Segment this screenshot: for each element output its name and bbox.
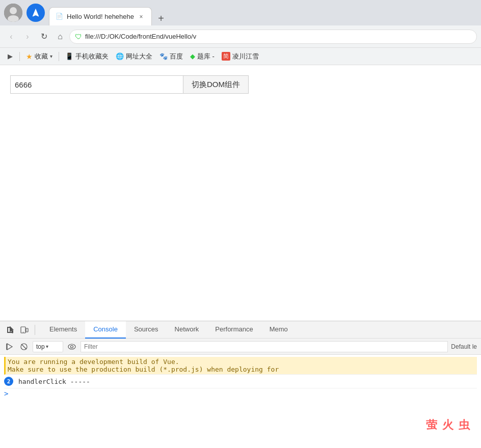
console-message-count-badge: 2 — [4, 377, 13, 386]
tab-title: Hello World! hehehehe — [67, 13, 134, 20]
back-icon: ‹ — [10, 32, 12, 41]
tab-favicon-icon: 📄 — [56, 13, 64, 21]
devtools-panel: Elements Console Sources Network Perform… — [0, 321, 481, 448]
blog-icon: 简 — [222, 52, 230, 61]
bookmarks-divider — [19, 52, 20, 61]
bookmarks-divider-2 — [59, 52, 59, 61]
home-icon: ⌂ — [58, 32, 63, 41]
bookmark-label: 凌川江雪 — [232, 52, 259, 61]
devtools-icons-left — [0, 324, 41, 336]
bookmark-label: 题库 - — [197, 52, 215, 61]
input-row: 切换DOM组件 — [10, 75, 471, 94]
bookmark-item-nav[interactable]: 🌐 网址大全 — [113, 50, 155, 63]
svg-point-11 — [71, 345, 73, 348]
security-icon: 🛡 — [75, 33, 82, 41]
home-button[interactable]: ⌂ — [53, 30, 67, 44]
bookmark-item-favorites[interactable]: ★ 收藏 ▾ — [23, 50, 56, 63]
console-output: You are running a development build of V… — [0, 355, 481, 448]
console-message-text: handlerClick ----- — [18, 378, 90, 385]
svg-rect-4 — [26, 328, 28, 332]
address-text: file:///D:/OK/Code/frontEnd/vueHello/v — [85, 33, 196, 40]
bookmark-item-blog[interactable]: 简 凌川江雪 — [219, 50, 262, 63]
browser-tab-active[interactable]: 📄 Hello World! hehehehe × — [49, 7, 152, 25]
dropdown-icon: ▾ — [50, 53, 52, 59]
console-prompt-arrow: > — [4, 389, 8, 398]
profile-avatar[interactable] — [4, 4, 22, 22]
title-bar: 📄 Hello World! hehehehe × + — [0, 0, 481, 25]
console-message-vue-warning: You are running a development build of V… — [4, 357, 477, 375]
mobile-icon: 📱 — [65, 52, 73, 60]
address-bar[interactable]: 🛡 file:///D:/OK/Code/frontEnd/vueHello/v — [69, 30, 477, 44]
nav-icon: 🌐 — [116, 52, 124, 60]
console-warning-text: You are running a development build of V… — [8, 358, 279, 373]
console-run-button[interactable] — [4, 341, 15, 352]
navigation-bar: ‹ › ↻ ⌂ 🛡 file:///D:/OK/Code/frontEnd/vu… — [0, 25, 481, 48]
toolbar-separator — [35, 325, 35, 335]
tab-close-button[interactable]: × — [137, 13, 145, 21]
context-label: top — [36, 343, 45, 350]
refresh-button[interactable]: ↻ — [37, 30, 51, 44]
devtools-tab-elements[interactable]: Elements — [41, 321, 85, 339]
browser-window: 📄 Hello World! hehehehe × + ‹ › ↻ ⌂ 🛡 fi… — [0, 0, 481, 448]
devtools-tab-console[interactable]: Console — [85, 321, 126, 339]
console-context-selector[interactable]: top ▾ — [33, 341, 63, 352]
console-block-button[interactable] — [18, 341, 30, 352]
bookmark-label: 网址大全 — [126, 52, 152, 61]
inspect-element-icon[interactable] — [4, 324, 16, 336]
tabs-area: 📄 Hello World! hehehehe × + — [49, 0, 477, 25]
main-input[interactable] — [10, 75, 183, 94]
devtools-tab-sources[interactable]: Sources — [126, 321, 167, 339]
console-filter-input[interactable] — [81, 341, 448, 352]
svg-line-9 — [21, 344, 26, 349]
context-dropdown-arrow: ▾ — [46, 344, 48, 349]
bookmarks-toggle-button[interactable]: ▶ — [4, 50, 16, 63]
watermark: 萤 火 虫 — [426, 417, 471, 433]
console-toolbar: top ▾ Default le — [0, 339, 481, 355]
bookmarks-bar: ▶ ★ 收藏 ▾ 📱 手机收藏夹 🌐 网址大全 🐾 百度 ◆ 题库 - 简 凌川… — [0, 48, 481, 65]
page-content: 切换DOM组件 — [0, 65, 481, 321]
svg-marker-6 — [7, 344, 12, 350]
console-default-level: Default le — [451, 343, 477, 350]
console-eye-icon[interactable] — [66, 341, 77, 352]
device-toggle-icon[interactable] — [18, 324, 31, 336]
svg-point-5 — [23, 331, 24, 332]
console-message-handler: 2 handlerClick ----- — [4, 375, 477, 388]
bookmark-item-quiz[interactable]: ◆ 题库 - — [187, 50, 218, 63]
refresh-icon: ↻ — [41, 32, 47, 41]
back-button[interactable]: ‹ — [4, 30, 18, 44]
svg-point-10 — [68, 344, 75, 349]
baidu-icon: 🐾 — [159, 52, 168, 60]
bookmark-item-mobile[interactable]: 📱 手机收藏夹 — [62, 50, 112, 63]
quiz-icon: ◆ — [190, 52, 195, 60]
forward-icon: › — [26, 32, 29, 41]
switch-dom-button[interactable]: 切换DOM组件 — [183, 75, 249, 94]
bookmark-item-baidu[interactable]: 🐾 百度 — [156, 50, 186, 63]
bookmark-label: 收藏 — [35, 52, 48, 61]
devtools-tab-performance[interactable]: Performance — [207, 321, 261, 339]
devtools-tab-memory[interactable]: Memo — [261, 321, 296, 339]
bookmark-label: 手机收藏夹 — [75, 52, 109, 61]
console-prompt-row[interactable]: > — [4, 388, 477, 399]
svg-point-1 — [10, 7, 17, 14]
new-tab-button[interactable]: + — [154, 11, 168, 25]
star-icon: ★ — [26, 52, 33, 61]
devtools-toolbar: Elements Console Sources Network Perform… — [0, 321, 481, 339]
navigate-icon-button[interactable] — [26, 4, 45, 22]
devtools-tab-network[interactable]: Network — [167, 321, 207, 339]
forward-button[interactable]: › — [20, 30, 35, 44]
bookmark-label: 百度 — [170, 52, 183, 61]
